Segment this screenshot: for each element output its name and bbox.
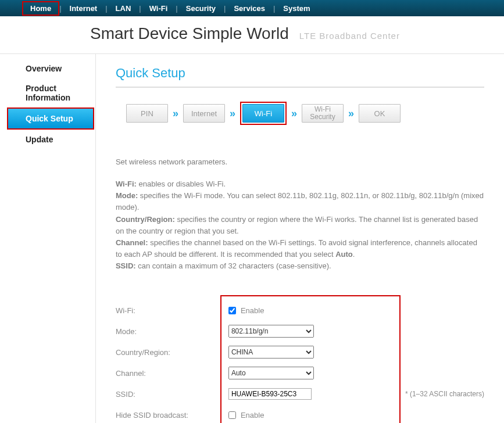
sidebar-item-update[interactable]: Update [0, 130, 94, 149]
nav-sep: | [139, 4, 141, 13]
step-wifi[interactable]: Wi-Fi [242, 104, 284, 123]
sidebar-item-product-info[interactable]: Product Information [0, 78, 94, 107]
nav-security[interactable]: Security [178, 4, 224, 13]
hints-column: * (1–32 ASCII characters) [401, 295, 484, 423]
nav-sep: | [105, 4, 107, 13]
label-hide-ssid: Hide SSID broadcast: [116, 404, 220, 423]
hide-ssid-enable-label: Enable [241, 411, 264, 420]
desc-country: Country/Region: specifies the country or… [116, 214, 484, 237]
desc-mode: Mode: specifies the Wi-Fi mode. You can … [116, 190, 484, 213]
wifi-enable-checkbox[interactable] [228, 307, 236, 314]
mode-select[interactable]: 802.11b/g/n [228, 325, 314, 338]
brand-sub: LTE Broadband Center [299, 31, 400, 41]
label-country: Country/Region: [116, 342, 220, 363]
nav-sep: | [59, 4, 61, 13]
nav-wifi[interactable]: Wi-Fi [141, 4, 176, 13]
brand-main: Smart Device Simple World [90, 24, 289, 43]
hide-ssid-checkbox[interactable] [228, 411, 236, 419]
desc-wifi: Wi-Fi: enables or disables Wi-Fi. [116, 178, 484, 190]
nav-system[interactable]: System [275, 4, 318, 13]
sidebar: Overview Product Information Quick Setup… [0, 54, 96, 423]
nav-services[interactable]: Services [226, 4, 273, 13]
wifi-enable-label: Enable [241, 306, 264, 315]
nav-sep: | [224, 4, 226, 13]
ssid-input[interactable] [228, 388, 312, 400]
nav-lan[interactable]: LAN [108, 4, 140, 13]
chevron-right-icon: » [171, 107, 180, 120]
chevron-right-icon: » [290, 107, 298, 120]
sidebar-item-overview[interactable]: Overview [0, 59, 94, 78]
nav-sep: | [176, 4, 177, 13]
label-mode: Mode: [116, 321, 220, 342]
desc-channel: Channel: specifies the channel based on … [116, 237, 484, 260]
brand-bar: Smart Device Simple World LTE Broadband … [0, 16, 504, 53]
description-block: Set wireless network parameters. Wi-Fi: … [116, 156, 484, 272]
label-channel: Channel: [116, 363, 220, 383]
sidebar-item-quick-setup[interactable]: Quick Setup [8, 109, 93, 128]
country-select[interactable]: CHINA [228, 346, 314, 359]
step-internet[interactable]: Internet [183, 104, 225, 123]
stepper: PIN » Internet » Wi-Fi » Wi-Fi Security … [126, 102, 484, 125]
content-area: Quick Setup PIN » Internet » Wi-Fi » Wi-… [96, 54, 504, 423]
label-wifi: Wi-Fi: [116, 300, 220, 321]
labels-column: Wi-Fi: Mode: Country/Region: Channel: SS… [116, 295, 220, 423]
nav-internet[interactable]: Internet [62, 4, 106, 13]
page-title: Quick Setup [116, 66, 484, 81]
ssid-hint: * (1–32 ASCII characters) [405, 383, 484, 404]
divider [116, 87, 484, 88]
form-area: Wi-Fi: Mode: Country/Region: Channel: SS… [116, 295, 484, 423]
nav-sep: | [273, 4, 275, 13]
desc-intro: Set wireless network parameters. [116, 156, 484, 168]
inputs-column: Enable 802.11b/g/n CHINA Auto Enable [220, 295, 401, 423]
chevron-right-icon: » [228, 107, 237, 120]
step-pin[interactable]: PIN [126, 104, 168, 123]
step-ok[interactable]: OK [359, 104, 401, 123]
channel-select[interactable]: Auto [228, 367, 314, 379]
desc-ssid: SSID: can contain a maximum of 32 charac… [116, 260, 484, 272]
label-ssid: SSID: [116, 383, 220, 404]
step-wifi-security[interactable]: Wi-Fi Security [302, 104, 344, 123]
chevron-right-icon: » [347, 107, 355, 120]
top-nav: Home | Internet | LAN | Wi-Fi | Security… [0, 0, 504, 16]
nav-home[interactable]: Home [22, 1, 59, 16]
